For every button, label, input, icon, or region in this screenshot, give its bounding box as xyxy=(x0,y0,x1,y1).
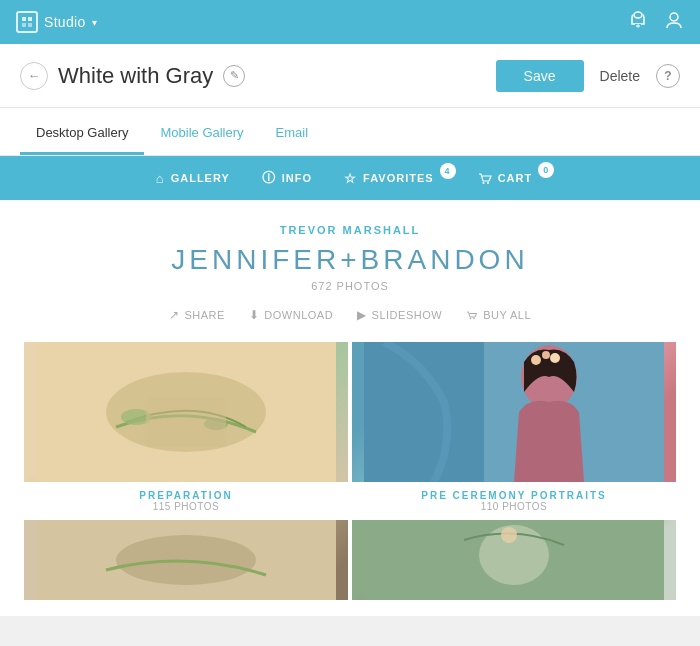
svg-point-10 xyxy=(487,182,489,184)
gallery-nav-info[interactable]: ⓘ INFO xyxy=(262,169,312,187)
album-portraits-thumb xyxy=(352,342,676,482)
album-bottom-left[interactable] xyxy=(24,520,348,600)
header-left: ← White with Gray ✎ xyxy=(20,62,245,90)
gallery-nav-favorites[interactable]: ☆ FAVORITES 4 xyxy=(344,171,446,186)
album-portraits[interactable]: PRE CEREMONY PORTRAITS 110 PHOTOS xyxy=(352,342,676,516)
svg-rect-1 xyxy=(28,17,32,21)
svg-rect-24 xyxy=(364,342,484,482)
home-icon: ⌂ xyxy=(156,171,165,186)
buy-all-action[interactable]: BUY ALL xyxy=(466,308,531,322)
svg-point-23 xyxy=(550,353,560,363)
svg-point-9 xyxy=(482,182,484,184)
help-button[interactable]: ? xyxy=(656,64,680,88)
gallery-title: JENNIFER+BRANDON xyxy=(20,244,680,276)
slideshow-label: SLIDESHOW xyxy=(372,309,443,321)
pencil-icon: ✎ xyxy=(230,69,239,82)
gallery-nav-info-label: INFO xyxy=(282,172,312,184)
gallery-nav-favorites-label: FAVORITES xyxy=(363,172,434,184)
buy-all-label: BUY ALL xyxy=(483,309,531,321)
svg-rect-3 xyxy=(28,23,32,27)
preview-area: ⌂ GALLERY ⓘ INFO ☆ FAVORITES 4 CART 0 xyxy=(0,156,700,646)
album-preparation-title: PREPARATION xyxy=(24,490,348,501)
svg-point-11 xyxy=(470,318,472,320)
photo-grid: PREPARATION 115 PHOTOS xyxy=(20,342,680,600)
album-bottom-right-thumb xyxy=(352,520,676,600)
gallery-content: TREVOR MARSHALL JENNIFER+BRANDON 672 PHO… xyxy=(0,200,700,616)
back-button[interactable]: ← xyxy=(20,62,48,90)
tab-mobile-gallery[interactable]: Mobile Gallery xyxy=(144,113,259,155)
svg-rect-0 xyxy=(22,17,26,21)
download-action[interactable]: ⬇ DOWNLOAD xyxy=(249,308,333,322)
album-portraits-title: PRE CEREMONY PORTRAITS xyxy=(352,490,676,501)
favorites-badge: 4 xyxy=(440,163,456,179)
svg-rect-2 xyxy=(22,23,26,27)
photographer-name: TREVOR MARSHALL xyxy=(20,224,680,236)
album-portraits-label: PRE CEREMONY PORTRAITS 110 PHOTOS xyxy=(352,482,676,516)
header-bar: ← White with Gray ✎ Save Delete ? xyxy=(0,44,700,108)
back-arrow-icon: ← xyxy=(28,68,41,83)
album-preparation-thumb xyxy=(24,342,348,482)
slideshow-action[interactable]: ▶ SLIDESHOW xyxy=(357,308,442,322)
download-label: DOWNLOAD xyxy=(264,309,333,321)
share-label: SHARE xyxy=(184,309,224,321)
share-action[interactable]: ↗ SHARE xyxy=(169,308,225,322)
gallery-actions: ↗ SHARE ⬇ DOWNLOAD ▶ SLIDESHOW xyxy=(20,308,680,322)
info-icon: ⓘ xyxy=(262,169,276,187)
edit-title-button[interactable]: ✎ xyxy=(223,65,245,87)
cart-badge: 0 xyxy=(538,162,554,178)
delete-button[interactable]: Delete xyxy=(600,68,640,84)
header-right: Save Delete ? xyxy=(496,60,680,92)
page-title: White with Gray xyxy=(58,63,213,89)
studio-chevron-icon[interactable]: ▾ xyxy=(92,17,97,28)
top-navigation: Studio ▾ xyxy=(0,0,700,44)
svg-rect-17 xyxy=(146,397,226,447)
svg-point-29 xyxy=(501,527,517,543)
star-icon: ☆ xyxy=(344,171,357,186)
svg-point-22 xyxy=(542,351,550,359)
photo-total-count: 672 PHOTOS xyxy=(20,280,680,292)
studio-logo xyxy=(16,11,38,33)
top-nav-right xyxy=(628,10,684,35)
svg-point-12 xyxy=(473,318,475,320)
gallery-nav-gallery[interactable]: ⌂ GALLERY xyxy=(156,171,230,186)
studio-nav-left: Studio ▾ xyxy=(16,11,97,33)
save-button[interactable]: Save xyxy=(496,60,584,92)
album-preparation-label: PREPARATION 115 PHOTOS xyxy=(24,482,348,516)
tab-desktop-gallery[interactable]: Desktop Gallery xyxy=(20,113,144,155)
share-icon: ↗ xyxy=(169,308,180,322)
gallery-nav-cart[interactable]: CART 0 xyxy=(478,170,545,186)
album-portraits-count: 110 PHOTOS xyxy=(352,501,676,512)
album-bottom-right[interactable] xyxy=(352,520,676,600)
buy-icon xyxy=(466,308,478,322)
album-preparation-count: 115 PHOTOS xyxy=(24,501,348,512)
album-bottom-left-thumb xyxy=(24,520,348,600)
album-preparation[interactable]: PREPARATION 115 PHOTOS xyxy=(24,342,348,516)
svg-point-8 xyxy=(670,13,678,21)
svg-point-21 xyxy=(531,355,541,365)
tab-email[interactable]: Email xyxy=(260,113,325,155)
gallery-nav-cart-label: CART xyxy=(498,172,533,184)
user-profile-icon[interactable] xyxy=(664,10,684,35)
studio-label: Studio xyxy=(44,14,86,30)
svg-point-4 xyxy=(634,12,642,18)
gallery-nav-gallery-label: GALLERY xyxy=(171,172,230,184)
cart-icon xyxy=(478,170,492,186)
download-icon: ⬇ xyxy=(249,308,260,322)
notification-icon[interactable] xyxy=(628,10,648,35)
gallery-navigation: ⌂ GALLERY ⓘ INFO ☆ FAVORITES 4 CART 0 xyxy=(0,156,700,200)
play-icon: ▶ xyxy=(357,308,367,322)
tabs-bar: Desktop Gallery Mobile Gallery Email xyxy=(0,108,700,156)
